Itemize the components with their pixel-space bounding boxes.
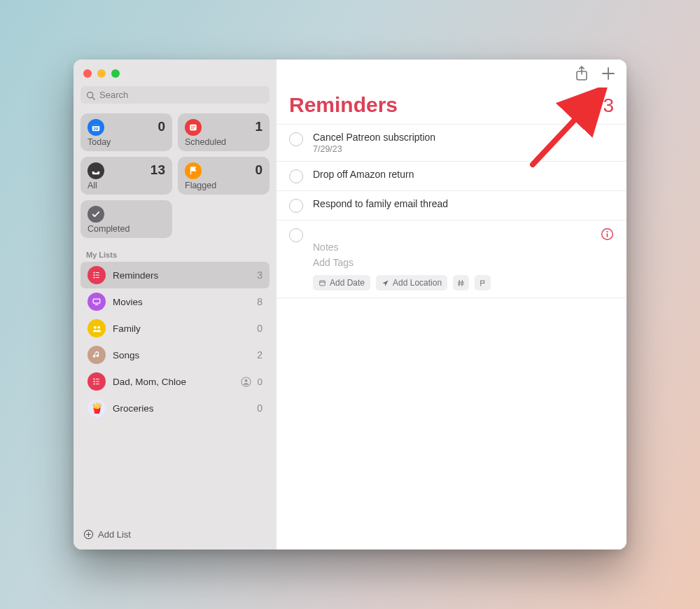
groceries-icon: 🍟 [88, 399, 106, 417]
add-reminder-button[interactable] [601, 66, 615, 83]
list-name: Reminders [113, 270, 158, 281]
list-row-family[interactable]: Family 0 [80, 315, 270, 342]
svg-point-28 [245, 379, 248, 382]
svg-point-10 [192, 128, 194, 130]
people-icon [88, 319, 106, 337]
plus-circle-icon [83, 529, 94, 540]
list-item-count: 3 [603, 94, 614, 117]
smart-list-today[interactable]: 20 0 Today [80, 113, 172, 151]
list-row-shared[interactable]: Dad, Mom, Chloe 0 [80, 368, 270, 395]
list-count: 3 [257, 270, 262, 281]
smart-count: 13 [150, 162, 165, 178]
plus-icon [601, 66, 615, 80]
smart-list-flagged[interactable]: 0 Flagged [178, 157, 270, 195]
svg-point-20 [97, 326, 100, 328]
smart-list-completed[interactable]: Completed [80, 200, 172, 238]
search-input[interactable]: Search [80, 86, 270, 104]
svg-rect-39 [607, 233, 608, 237]
notes-placeholder[interactable]: Notes [313, 241, 591, 253]
reminder-item[interactable]: Cancel Patreon subscription 7/29/23 [276, 124, 626, 162]
svg-point-9 [191, 128, 192, 130]
add-flag-chip[interactable] [475, 275, 491, 290]
svg-rect-24 [96, 381, 99, 382]
svg-point-13 [93, 274, 94, 276]
list-row-groceries[interactable]: 🍟 Groceries 0 [80, 395, 270, 421]
info-circle-icon [601, 227, 614, 241]
complete-checkbox[interactable] [289, 169, 303, 183]
list-count: 8 [257, 296, 262, 307]
list-row-movies[interactable]: Movies 8 [80, 288, 270, 315]
reminder-title: Cancel Patreon subscription [313, 132, 614, 143]
smart-label: Scheduled [185, 137, 262, 147]
reminder-title: Drop off Amazon return [313, 169, 614, 180]
hash-icon [457, 279, 465, 287]
toolbar [276, 59, 626, 90]
list-row-songs[interactable]: Songs 2 [80, 342, 270, 368]
smart-list-scheduled[interactable]: 1 Scheduled [178, 113, 270, 151]
smart-lists-grid: 20 0 Today 1 Scheduled [80, 113, 270, 238]
smart-label: All [88, 181, 165, 190]
svg-point-6 [191, 126, 192, 127]
svg-rect-14 [96, 274, 99, 275]
search-icon [86, 91, 95, 100]
display-icon [88, 293, 106, 311]
smart-count: 0 [255, 162, 262, 178]
tags-placeholder[interactable]: Add Tags [313, 257, 591, 268]
complete-checkbox[interactable] [289, 228, 303, 242]
share-button[interactable] [575, 66, 589, 84]
quick-chip-row: Add Date Add Location [313, 275, 591, 290]
zoom-window-button[interactable] [111, 69, 120, 78]
reminder-date: 7/29/23 [313, 144, 614, 154]
svg-rect-12 [96, 272, 99, 273]
list-name: Movies [113, 297, 143, 307]
svg-point-25 [93, 383, 94, 384]
new-reminder-row[interactable]: Notes Add Tags Add Date Add Location [276, 220, 626, 298]
music-note-icon [88, 346, 106, 364]
complete-checkbox[interactable] [289, 132, 303, 146]
svg-point-11 [93, 272, 94, 273]
add-date-chip[interactable]: Add Date [313, 275, 370, 290]
calendar-icon [185, 119, 202, 136]
minimize-window-button[interactable] [97, 69, 106, 78]
add-list-button[interactable]: Add List [80, 525, 270, 544]
smart-count: 0 [158, 119, 165, 134]
svg-rect-5 [190, 125, 197, 131]
reminder-item[interactable]: Drop off Amazon return [276, 162, 626, 191]
list-name: Groceries [113, 403, 154, 414]
svg-rect-22 [96, 379, 99, 379]
smart-label: Today [88, 137, 165, 147]
svg-point-8 [194, 126, 195, 127]
sidebar: Search 20 0 Today 1 Schedu [74, 59, 276, 550]
smart-label: Flagged [185, 181, 262, 190]
svg-line-1 [92, 97, 94, 99]
svg-rect-35 [320, 281, 326, 286]
shared-person-icon [241, 377, 251, 387]
main-pane: Reminders 3 Cancel Patreon subscription … [276, 59, 626, 550]
smart-list-all[interactable]: 13 All [80, 157, 172, 195]
close-window-button[interactable] [83, 69, 92, 78]
reminder-item[interactable]: Respond to family email thread [276, 191, 626, 220]
add-location-chip[interactable]: Add Location [376, 275, 447, 290]
new-reminder-title-input[interactable] [313, 227, 591, 237]
calendar-small-icon [318, 279, 326, 287]
location-arrow-icon [382, 279, 389, 287]
smart-count: 1 [255, 119, 262, 134]
svg-rect-26 [96, 384, 99, 384]
svg-text:20: 20 [94, 126, 99, 131]
smart-label: Completed [88, 224, 165, 234]
svg-point-23 [93, 381, 94, 382]
checkmark-icon [88, 206, 104, 223]
flag-small-icon [479, 279, 486, 287]
svg-point-15 [93, 276, 94, 278]
tray-icon [88, 162, 104, 179]
share-icon [575, 66, 589, 81]
complete-checkbox[interactable] [289, 199, 303, 213]
add-list-label: Add List [98, 529, 131, 540]
svg-point-19 [94, 326, 97, 328]
svg-rect-16 [96, 277, 99, 278]
list-count: 0 [257, 402, 262, 414]
list-row-reminders[interactable]: Reminders 3 [80, 262, 270, 288]
add-tag-chip[interactable] [453, 275, 469, 290]
info-button[interactable] [601, 227, 614, 244]
list-count: 0 [257, 377, 262, 387]
